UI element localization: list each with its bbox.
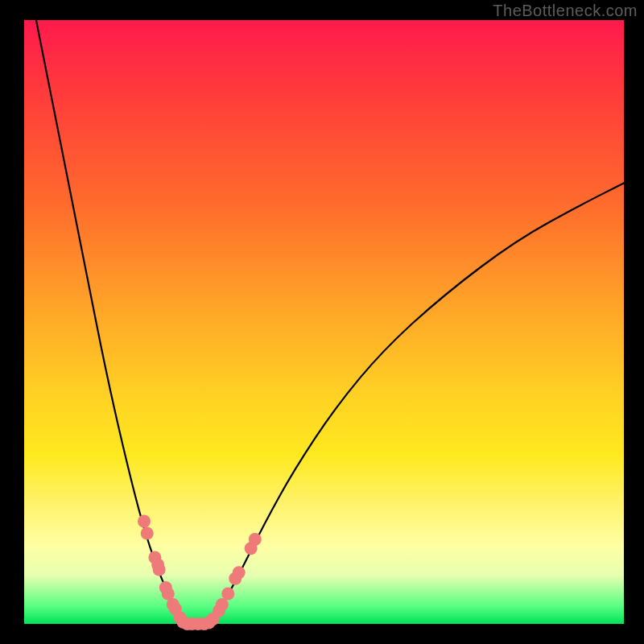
marker-dot bbox=[221, 588, 234, 601]
watermark-text: TheBottleneck.com bbox=[493, 2, 638, 20]
marker-dot bbox=[233, 566, 246, 579]
marker-dot bbox=[249, 533, 262, 546]
marker-dot bbox=[138, 515, 151, 528]
curve-svg bbox=[24, 20, 624, 624]
plot-area bbox=[24, 20, 624, 624]
marker-group bbox=[138, 515, 262, 631]
chart-frame: TheBottleneck.com bbox=[0, 0, 644, 644]
marker-dot bbox=[141, 527, 154, 540]
v-curve bbox=[36, 20, 624, 624]
marker-dot bbox=[153, 564, 166, 576]
marker-dot bbox=[216, 598, 229, 611]
